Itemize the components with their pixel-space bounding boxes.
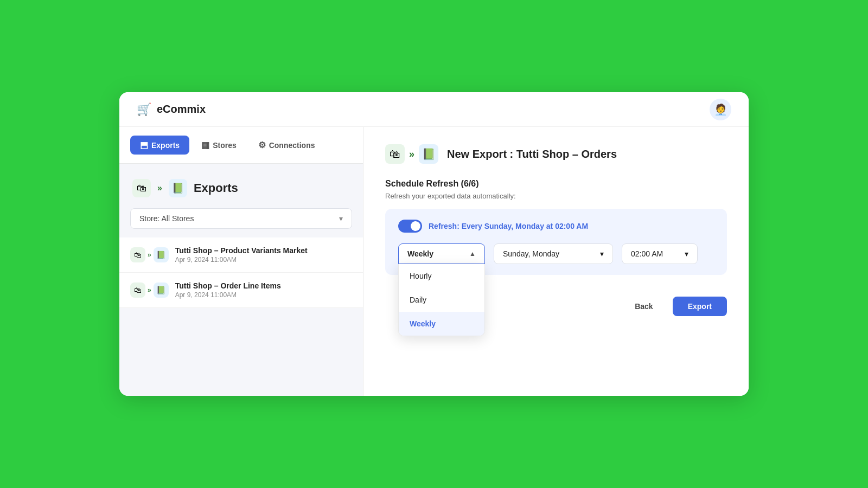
store-filter-label: Store: All Stores	[139, 214, 194, 223]
item-sheets-icon: 📗	[154, 282, 169, 298]
section-subtitle: Refresh your exported data automatically…	[385, 192, 727, 200]
time-select[interactable]: 02:00 AM ▾	[622, 243, 698, 264]
header: 🛒 eCommix 🧑‍💼	[119, 92, 749, 127]
refresh-text: Refresh: Every Sunday, Monday at 02:00 A…	[429, 222, 588, 230]
logo-icon: 🛒	[137, 102, 151, 117]
store-filter-chevron-icon: ▾	[339, 214, 343, 223]
frequency-dropdown-menu: Hourly Daily Weekly	[398, 264, 485, 336]
sidebar-nav: ⬒ Exports ▦ Stores ⚙ Connections	[119, 127, 363, 164]
app-name: eCommix	[157, 103, 206, 115]
item-shopify-icon: 🛍	[130, 282, 145, 298]
time-selected-value: 02:00 AM	[631, 249, 663, 258]
list-item[interactable]: 🛍 » 📗 Tutti Shop – Order Line Items Apr …	[119, 273, 363, 308]
frequency-chevron-icon: ▲	[469, 250, 476, 258]
schedule-section: Schedule Refresh (6/6) Refresh your expo…	[385, 179, 727, 275]
main-arrow-icon: »	[409, 149, 414, 160]
store-filter-dropdown[interactable]: Store: All Stores ▾	[130, 208, 352, 229]
toggle-knob	[411, 221, 420, 231]
nav-connections-label: Connections	[269, 141, 315, 150]
main-content: 🛍 » 📗 New Export : Tutti Shop – Orders S…	[363, 127, 749, 396]
title-icons: 🛍 » 📗	[385, 144, 438, 164]
frequency-select[interactable]: Weekly ▲	[398, 243, 485, 264]
export-button[interactable]: Export	[673, 297, 727, 316]
export-item-info: Tutti Shop – Order Line Items Apr 9, 202…	[175, 281, 352, 299]
avatar-icon: 🧑‍💼	[714, 103, 727, 116]
list-item[interactable]: 🛍 » 📗 Tutti Shop – Product Variants Mark…	[119, 237, 363, 273]
dropdown-option-hourly[interactable]: Hourly	[399, 264, 484, 288]
exports-nav-icon: ⬒	[140, 140, 148, 150]
export-item-name: Tutti Shop – Order Line Items	[175, 281, 327, 290]
export-item-date: Apr 9, 2024 11:00AM	[175, 291, 352, 299]
sidebar-shopify-icon: 🛍	[132, 179, 151, 197]
item-arrow-icon: »	[148, 251, 151, 259]
nav-stores[interactable]: ▦ Stores	[192, 136, 246, 155]
refresh-toggle-row: Refresh: Every Sunday, Monday at 02:00 A…	[398, 220, 714, 233]
schedule-box: Refresh: Every Sunday, Monday at 02:00 A…	[385, 209, 727, 275]
export-item-date: Apr 9, 2024 11:00AM	[175, 256, 352, 264]
sidebar-arrow-icon: »	[157, 183, 162, 193]
exports-list: 🛍 » 📗 Tutti Shop – Product Variants Mark…	[119, 237, 363, 308]
logo: 🛒 eCommix	[137, 102, 206, 117]
avatar[interactable]: 🧑‍💼	[710, 99, 731, 120]
sidebar-exports-header: 🛍 » 📗 Exports	[119, 164, 363, 208]
dropdown-option-weekly[interactable]: Weekly	[399, 312, 484, 336]
frequency-selected-value: Weekly	[407, 249, 433, 258]
connections-nav-icon: ⚙	[258, 140, 266, 150]
day-select[interactable]: Sunday, Monday ▾	[494, 243, 613, 264]
frequency-dropdown-wrap: Weekly ▲ Hourly Daily Weekly	[398, 243, 485, 264]
nav-exports-label: Exports	[151, 141, 180, 150]
export-item-icons: 🛍 » 📗	[130, 247, 169, 262]
dropdown-option-daily[interactable]: Daily	[399, 288, 484, 312]
export-item-info: Tutti Shop – Product Variants Market Apr…	[175, 246, 352, 264]
export-item-name: Tutti Shop – Product Variants Market	[175, 246, 327, 255]
sidebar-section-title: Exports	[194, 181, 238, 195]
main-sheets-icon: 📗	[419, 144, 438, 164]
export-item-icons: 🛍 » 📗	[130, 282, 169, 298]
time-chevron-icon: ▾	[685, 249, 688, 258]
item-arrow-icon: »	[148, 286, 151, 294]
nav-stores-label: Stores	[213, 141, 237, 150]
nav-exports[interactable]: ⬒ Exports	[130, 136, 189, 155]
item-shopify-icon: 🛍	[130, 247, 145, 262]
selectors-row: Weekly ▲ Hourly Daily Weekly Sunday,	[398, 243, 714, 264]
refresh-toggle[interactable]	[398, 220, 422, 233]
item-sheets-icon: 📗	[154, 247, 169, 262]
body: ⬒ Exports ▦ Stores ⚙ Connections 🛍 » 📗 E…	[119, 127, 749, 396]
day-chevron-icon: ▾	[600, 249, 604, 258]
main-shopify-icon: 🛍	[385, 144, 405, 164]
nav-connections[interactable]: ⚙ Connections	[248, 136, 325, 155]
page-title: New Export : Tutti Shop – Orders	[447, 148, 617, 160]
back-button[interactable]: Back	[622, 297, 666, 316]
main-title-row: 🛍 » 📗 New Export : Tutti Shop – Orders	[385, 144, 727, 164]
app-window: 🛒 eCommix 🧑‍💼 ⬒ Exports ▦ Stores ⚙	[119, 92, 749, 396]
sidebar-sheets-icon: 📗	[169, 179, 187, 197]
sidebar: ⬒ Exports ▦ Stores ⚙ Connections 🛍 » 📗 E…	[119, 127, 363, 396]
day-selected-value: Sunday, Monday	[503, 249, 559, 258]
section-title: Schedule Refresh (6/6)	[385, 179, 727, 189]
stores-nav-icon: ▦	[201, 140, 209, 150]
